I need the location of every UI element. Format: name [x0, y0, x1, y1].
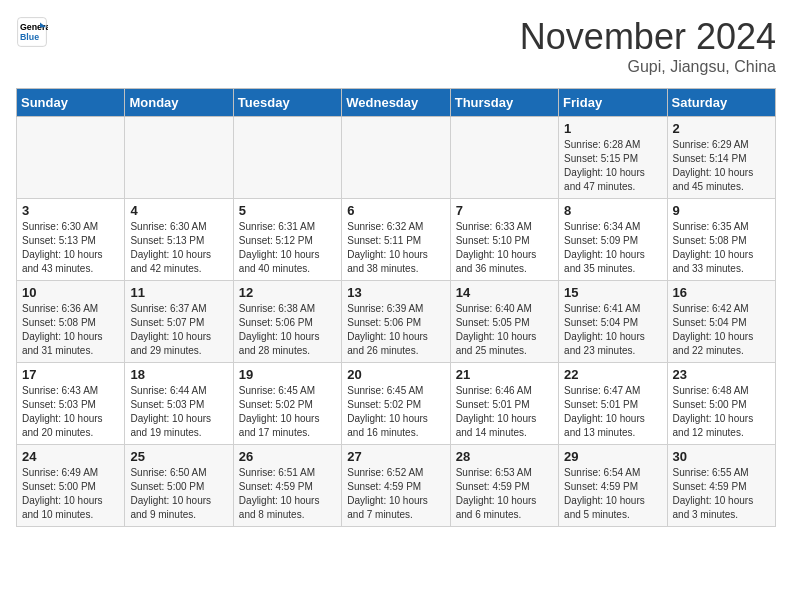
- day-cell: 9Sunrise: 6:35 AM Sunset: 5:08 PM Daylig…: [667, 199, 775, 281]
- day-cell: 16Sunrise: 6:42 AM Sunset: 5:04 PM Dayli…: [667, 281, 775, 363]
- day-cell: [125, 117, 233, 199]
- day-cell: 15Sunrise: 6:41 AM Sunset: 5:04 PM Dayli…: [559, 281, 667, 363]
- logo: General Blue: [16, 16, 48, 48]
- day-cell: 2Sunrise: 6:29 AM Sunset: 5:14 PM Daylig…: [667, 117, 775, 199]
- day-number: 28: [456, 449, 553, 464]
- logo-icon: General Blue: [16, 16, 48, 48]
- header-day-friday: Friday: [559, 89, 667, 117]
- week-row-5: 24Sunrise: 6:49 AM Sunset: 5:00 PM Dayli…: [17, 445, 776, 527]
- day-number: 20: [347, 367, 444, 382]
- day-number: 9: [673, 203, 770, 218]
- day-info: Sunrise: 6:30 AM Sunset: 5:13 PM Dayligh…: [22, 220, 119, 276]
- day-cell: 22Sunrise: 6:47 AM Sunset: 5:01 PM Dayli…: [559, 363, 667, 445]
- day-number: 18: [130, 367, 227, 382]
- day-number: 12: [239, 285, 336, 300]
- day-cell: 23Sunrise: 6:48 AM Sunset: 5:00 PM Dayli…: [667, 363, 775, 445]
- day-info: Sunrise: 6:50 AM Sunset: 5:00 PM Dayligh…: [130, 466, 227, 522]
- day-info: Sunrise: 6:55 AM Sunset: 4:59 PM Dayligh…: [673, 466, 770, 522]
- header-day-saturday: Saturday: [667, 89, 775, 117]
- day-number: 30: [673, 449, 770, 464]
- day-info: Sunrise: 6:28 AM Sunset: 5:15 PM Dayligh…: [564, 138, 661, 194]
- day-cell: 20Sunrise: 6:45 AM Sunset: 5:02 PM Dayli…: [342, 363, 450, 445]
- day-info: Sunrise: 6:44 AM Sunset: 5:03 PM Dayligh…: [130, 384, 227, 440]
- day-cell: 10Sunrise: 6:36 AM Sunset: 5:08 PM Dayli…: [17, 281, 125, 363]
- day-number: 26: [239, 449, 336, 464]
- svg-text:Blue: Blue: [20, 32, 39, 42]
- month-title: November 2024: [520, 16, 776, 58]
- day-info: Sunrise: 6:45 AM Sunset: 5:02 PM Dayligh…: [347, 384, 444, 440]
- day-number: 27: [347, 449, 444, 464]
- day-number: 23: [673, 367, 770, 382]
- day-info: Sunrise: 6:40 AM Sunset: 5:05 PM Dayligh…: [456, 302, 553, 358]
- day-number: 7: [456, 203, 553, 218]
- header-day-thursday: Thursday: [450, 89, 558, 117]
- week-row-3: 10Sunrise: 6:36 AM Sunset: 5:08 PM Dayli…: [17, 281, 776, 363]
- day-info: Sunrise: 6:52 AM Sunset: 4:59 PM Dayligh…: [347, 466, 444, 522]
- day-info: Sunrise: 6:30 AM Sunset: 5:13 PM Dayligh…: [130, 220, 227, 276]
- day-info: Sunrise: 6:32 AM Sunset: 5:11 PM Dayligh…: [347, 220, 444, 276]
- header-day-tuesday: Tuesday: [233, 89, 341, 117]
- day-cell: 29Sunrise: 6:54 AM Sunset: 4:59 PM Dayli…: [559, 445, 667, 527]
- day-cell: 18Sunrise: 6:44 AM Sunset: 5:03 PM Dayli…: [125, 363, 233, 445]
- day-info: Sunrise: 6:48 AM Sunset: 5:00 PM Dayligh…: [673, 384, 770, 440]
- header-day-monday: Monday: [125, 89, 233, 117]
- day-cell: [17, 117, 125, 199]
- day-cell: 5Sunrise: 6:31 AM Sunset: 5:12 PM Daylig…: [233, 199, 341, 281]
- day-cell: 3Sunrise: 6:30 AM Sunset: 5:13 PM Daylig…: [17, 199, 125, 281]
- day-number: 4: [130, 203, 227, 218]
- day-info: Sunrise: 6:29 AM Sunset: 5:14 PM Dayligh…: [673, 138, 770, 194]
- day-cell: 13Sunrise: 6:39 AM Sunset: 5:06 PM Dayli…: [342, 281, 450, 363]
- header-day-wednesday: Wednesday: [342, 89, 450, 117]
- calendar-table: SundayMondayTuesdayWednesdayThursdayFrid…: [16, 88, 776, 527]
- day-info: Sunrise: 6:45 AM Sunset: 5:02 PM Dayligh…: [239, 384, 336, 440]
- day-number: 17: [22, 367, 119, 382]
- day-number: 22: [564, 367, 661, 382]
- header: General Blue November 2024 Gupi, Jiangsu…: [16, 16, 776, 76]
- day-number: 5: [239, 203, 336, 218]
- day-number: 10: [22, 285, 119, 300]
- day-cell: 12Sunrise: 6:38 AM Sunset: 5:06 PM Dayli…: [233, 281, 341, 363]
- day-cell: [342, 117, 450, 199]
- day-number: 13: [347, 285, 444, 300]
- day-info: Sunrise: 6:53 AM Sunset: 4:59 PM Dayligh…: [456, 466, 553, 522]
- day-number: 25: [130, 449, 227, 464]
- day-cell: 11Sunrise: 6:37 AM Sunset: 5:07 PM Dayli…: [125, 281, 233, 363]
- day-info: Sunrise: 6:54 AM Sunset: 4:59 PM Dayligh…: [564, 466, 661, 522]
- day-cell: 14Sunrise: 6:40 AM Sunset: 5:05 PM Dayli…: [450, 281, 558, 363]
- day-info: Sunrise: 6:41 AM Sunset: 5:04 PM Dayligh…: [564, 302, 661, 358]
- day-info: Sunrise: 6:36 AM Sunset: 5:08 PM Dayligh…: [22, 302, 119, 358]
- day-cell: [233, 117, 341, 199]
- day-cell: 30Sunrise: 6:55 AM Sunset: 4:59 PM Dayli…: [667, 445, 775, 527]
- day-cell: 27Sunrise: 6:52 AM Sunset: 4:59 PM Dayli…: [342, 445, 450, 527]
- day-info: Sunrise: 6:38 AM Sunset: 5:06 PM Dayligh…: [239, 302, 336, 358]
- day-cell: 4Sunrise: 6:30 AM Sunset: 5:13 PM Daylig…: [125, 199, 233, 281]
- day-number: 16: [673, 285, 770, 300]
- day-info: Sunrise: 6:47 AM Sunset: 5:01 PM Dayligh…: [564, 384, 661, 440]
- day-cell: [450, 117, 558, 199]
- day-info: Sunrise: 6:33 AM Sunset: 5:10 PM Dayligh…: [456, 220, 553, 276]
- day-cell: 6Sunrise: 6:32 AM Sunset: 5:11 PM Daylig…: [342, 199, 450, 281]
- day-number: 19: [239, 367, 336, 382]
- day-info: Sunrise: 6:39 AM Sunset: 5:06 PM Dayligh…: [347, 302, 444, 358]
- day-info: Sunrise: 6:37 AM Sunset: 5:07 PM Dayligh…: [130, 302, 227, 358]
- day-number: 14: [456, 285, 553, 300]
- day-number: 8: [564, 203, 661, 218]
- day-info: Sunrise: 6:34 AM Sunset: 5:09 PM Dayligh…: [564, 220, 661, 276]
- day-number: 6: [347, 203, 444, 218]
- day-number: 21: [456, 367, 553, 382]
- week-row-4: 17Sunrise: 6:43 AM Sunset: 5:03 PM Dayli…: [17, 363, 776, 445]
- day-cell: 21Sunrise: 6:46 AM Sunset: 5:01 PM Dayli…: [450, 363, 558, 445]
- week-row-1: 1Sunrise: 6:28 AM Sunset: 5:15 PM Daylig…: [17, 117, 776, 199]
- title-area: November 2024 Gupi, Jiangsu, China: [520, 16, 776, 76]
- day-cell: 17Sunrise: 6:43 AM Sunset: 5:03 PM Dayli…: [17, 363, 125, 445]
- week-row-2: 3Sunrise: 6:30 AM Sunset: 5:13 PM Daylig…: [17, 199, 776, 281]
- day-info: Sunrise: 6:49 AM Sunset: 5:00 PM Dayligh…: [22, 466, 119, 522]
- day-number: 24: [22, 449, 119, 464]
- location: Gupi, Jiangsu, China: [520, 58, 776, 76]
- day-info: Sunrise: 6:42 AM Sunset: 5:04 PM Dayligh…: [673, 302, 770, 358]
- svg-text:General: General: [20, 22, 48, 32]
- day-cell: 28Sunrise: 6:53 AM Sunset: 4:59 PM Dayli…: [450, 445, 558, 527]
- day-cell: 19Sunrise: 6:45 AM Sunset: 5:02 PM Dayli…: [233, 363, 341, 445]
- day-info: Sunrise: 6:35 AM Sunset: 5:08 PM Dayligh…: [673, 220, 770, 276]
- day-cell: 25Sunrise: 6:50 AM Sunset: 5:00 PM Dayli…: [125, 445, 233, 527]
